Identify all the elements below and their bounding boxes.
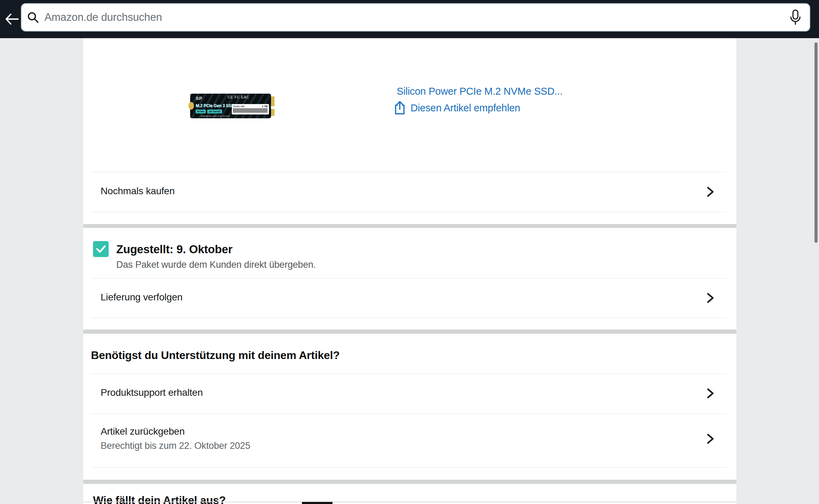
chevron-right-icon[interactable] [704, 433, 716, 444]
ssd-barcode [233, 108, 268, 113]
order-details-page: SP CE FC EAC M.2 PCIe Gen 3 SSD NVMe 3D … [0, 0, 819, 504]
ssd-brand-logo: SP [196, 96, 202, 101]
chevron-right-icon[interactable] [704, 292, 716, 304]
right-gutter [736, 38, 819, 504]
product-title-link[interactable]: Silicon Power PCIe M.2 NVMe SSD... [397, 86, 563, 97]
share-item-button[interactable]: Diesen Artikel empfehlen [394, 101, 520, 115]
ssd-warranty-text: Warranty void if removed [201, 114, 230, 118]
ssd-model-line: M.2 PCIe Gen 3 SSD [196, 103, 234, 108]
track-package-row[interactable]: Lieferung verfolgen [101, 292, 183, 303]
return-item-row[interactable]: Artikel zurückgeben [101, 426, 185, 437]
ssd-mount-hole [188, 102, 194, 110]
chevron-right-icon[interactable] [704, 388, 716, 399]
search-input[interactable] [44, 7, 790, 28]
support-section-heading: Benötigst du Unterstützung mit deinem Ar… [91, 349, 340, 362]
ssd-label: Model: A60 1 TB [232, 104, 269, 114]
ssd-label-capacity: 1 TB [262, 105, 268, 108]
divider [91, 374, 726, 374]
checkmark-icon [96, 245, 106, 254]
section-divider-band [83, 330, 736, 334]
microphone-button[interactable] [790, 9, 801, 25]
delivery-status-title: Zugestellt: 9. Oktober [116, 243, 233, 256]
share-icon [394, 101, 406, 115]
divider [91, 212, 726, 212]
product-support-row[interactable]: Produktsupport erhalten [101, 387, 203, 398]
divider [91, 318, 726, 318]
product-image[interactable]: SP CE FC EAC M.2 PCIe Gen 3 SSD NVMe 3D … [190, 93, 275, 119]
delivery-status-detail: Das Paket wurde dem Kunden direkt überge… [116, 259, 316, 270]
section-divider-band [83, 480, 736, 484]
ssd-badges: NVMe 3D NAND [196, 110, 222, 113]
back-button[interactable] [3, 9, 21, 29]
cutoff-black-bar [302, 502, 332, 504]
scrollbar-thumb[interactable] [814, 42, 818, 243]
ssd-badge-nvme: NVMe [196, 110, 206, 113]
bottom-edge-line [83, 502, 736, 502]
left-gutter [0, 38, 83, 504]
top-navigation-bar [0, 0, 819, 38]
ssd-connector-pins [271, 96, 275, 106]
ssd-cert-marks: CE FC EAC [228, 95, 249, 99]
divider [91, 172, 726, 172]
microphone-icon [790, 9, 801, 25]
ssd-badge-nand: 3D NAND [207, 110, 222, 113]
back-arrow-icon [5, 13, 19, 25]
return-eligibility-text: Berechtigt bis zum 22. Oktober 2025 [101, 441, 250, 451]
ssd-connector-pins [271, 109, 275, 116]
delivered-check-badge [93, 241, 109, 257]
search-bar [21, 3, 810, 32]
chevron-right-icon[interactable] [704, 186, 716, 197]
share-item-label: Diesen Artikel empfehlen [411, 102, 520, 114]
divider [91, 413, 726, 414]
divider [91, 278, 726, 279]
review-section-heading: Wie fällt dein Artikel aus? [93, 494, 226, 504]
ssd-label-model: Model: A60 [233, 105, 245, 108]
section-divider-band [83, 224, 736, 228]
divider [91, 467, 726, 468]
buy-again-row[interactable]: Nochmals kaufen [101, 186, 175, 197]
search-icon [27, 11, 39, 23]
